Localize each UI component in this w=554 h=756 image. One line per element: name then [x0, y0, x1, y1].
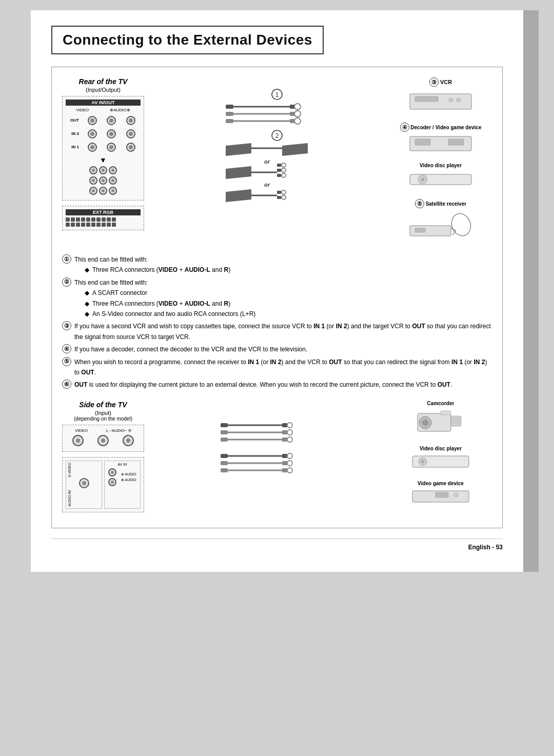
side-game-svg [410, 488, 471, 506]
annotation-3: ③ If you have a second VCR and wish to c… [62, 321, 492, 342]
svg-rect-56 [282, 430, 287, 434]
svg-point-13 [294, 118, 301, 124]
port [126, 116, 135, 125]
pin [112, 223, 116, 227]
svg-rect-46 [415, 228, 425, 232]
side-tv-panel: Side of the TV (Input) (depending on the… [62, 401, 144, 518]
pin [66, 217, 70, 222]
svg-rect-41 [448, 139, 464, 145]
svg-point-61 [287, 437, 292, 442]
ext-rgb-panel: EXT RGB [62, 206, 144, 230]
in2-ports [83, 129, 141, 138]
svg-point-27 [282, 173, 286, 177]
ann5-text: When you wish to record a programme, con… [74, 357, 492, 378]
side-cables-svg [210, 408, 323, 510]
svg-rect-52 [282, 423, 287, 427]
port [99, 176, 107, 185]
sat-label: Satellite receiver [426, 201, 467, 207]
pin [91, 223, 95, 227]
side-port [97, 435, 109, 446]
decoder-svg [407, 134, 474, 154]
cables-svg: 1 [210, 84, 323, 238]
annotation-5: ⑤ When you wish to record a programme, c… [62, 357, 492, 378]
ann2-bullet1: ◆ A SCART connector [85, 288, 492, 298]
av-inout-panel: AV IN/OUT VIDEO ⊕AUDIO⊕ OUT [62, 96, 144, 201]
side-game-label: Video game device [389, 481, 492, 486]
svg-rect-77 [451, 416, 461, 426]
col-audio-l: ⊕AUDIO⊕ [110, 108, 130, 112]
pin [96, 217, 101, 222]
pin [81, 223, 85, 227]
port [99, 166, 107, 174]
side-panel-2: S-VIDEO AUDIO AV AV IN [62, 457, 144, 512]
satellite-device: ⑤ Satellite receiver [389, 199, 492, 244]
page: Connecting to the External Devices Rear … [31, 10, 523, 572]
annotation-4: ④ If you have a decoder, connect the dec… [62, 344, 492, 354]
svg-marker-29 [226, 189, 251, 202]
svg-point-57 [287, 430, 292, 435]
cables-diagram: 1 [154, 77, 379, 244]
port [109, 176, 117, 185]
side-tv-section: Side of the TV (Input) (depending on the… [62, 401, 492, 518]
side-game-device: Video game device [389, 481, 492, 506]
vcr-num: ③ [429, 77, 439, 87]
vcr-label: VCR [440, 79, 452, 85]
port [99, 187, 107, 195]
pin-row-1 [66, 217, 141, 222]
side-label-av-in: AV IN [106, 463, 138, 466]
port [126, 143, 135, 152]
disc-img [389, 170, 492, 191]
svg-rect-50 [221, 423, 228, 427]
camcorder-label: Camcorder [389, 401, 492, 406]
extra-ports-row3 [66, 187, 141, 195]
side-tv-sub: (Input) [62, 410, 144, 416]
annotation-2: ② This end can be fitted with: ◆ A SCART… [62, 277, 492, 320]
svg-point-38 [457, 98, 461, 102]
svg-rect-58 [221, 437, 228, 442]
pin [107, 223, 111, 227]
camcorder-device: Camcorder [389, 401, 492, 441]
disc-player-device: Video disc player [389, 163, 492, 194]
side-audio-2: ⊕ AUDIO [121, 478, 136, 482]
pin [71, 217, 75, 222]
svg-rect-83 [436, 492, 448, 498]
ann4-num: ④ [62, 344, 71, 353]
sat-svg [407, 210, 474, 241]
side-tv-sub2: (depending on the model) [62, 416, 144, 422]
content-box: Rear of the TV (Input/Output) AV IN/OUT … [51, 67, 503, 528]
side-video-label: VIDEO [75, 428, 88, 433]
svg-rect-24 [277, 169, 281, 172]
port [89, 187, 97, 195]
ext-rgb-title: EXT RGB [66, 209, 141, 215]
port [107, 143, 116, 152]
in2-row: IN 2 [66, 127, 141, 141]
page-title: Connecting to the External Devices [63, 32, 312, 48]
svg-text:or: or [264, 182, 270, 188]
decoder-device: ④ Decoder / Video game device [389, 123, 492, 157]
down-arrow: ▼ [66, 156, 141, 164]
sat-num: ⑤ [415, 199, 424, 208]
side-disc-svg [410, 453, 471, 471]
svg-point-23 [282, 163, 286, 167]
pin [71, 223, 75, 227]
out-ports [83, 116, 141, 125]
pin [76, 217, 80, 222]
svg-rect-54 [221, 430, 228, 434]
ann3-num: ③ [62, 321, 71, 330]
pin [107, 217, 111, 222]
side-cables [154, 401, 379, 518]
svg-rect-40 [415, 139, 430, 145]
svg-point-9 [294, 111, 301, 117]
ann2-num: ② [62, 277, 71, 287]
svg-point-84 [454, 493, 458, 497]
ann3-text: If you have a second VCR and wish to cop… [74, 321, 492, 342]
rear-tv-heading: Rear of the TV [62, 77, 144, 86]
av-inout-title: AV IN/OUT [66, 100, 141, 106]
annotation-6: ⑥ OUT is used for displaying the current… [62, 380, 492, 390]
svg-rect-66 [221, 461, 228, 465]
side-port [72, 435, 84, 446]
port [109, 166, 117, 174]
svg-point-69 [287, 461, 292, 466]
rgb-pins [66, 217, 141, 227]
svg-rect-31 [277, 191, 281, 194]
